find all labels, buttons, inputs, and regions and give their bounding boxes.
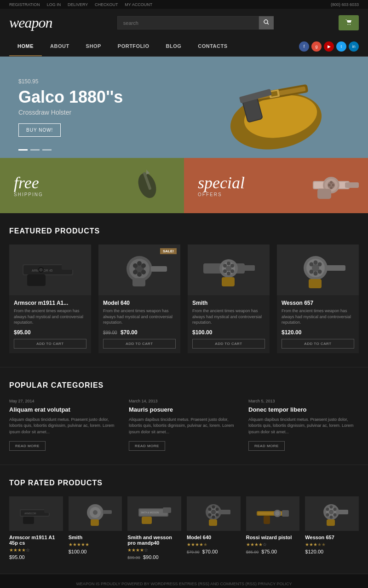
promo-right-big: special xyxy=(198,175,245,191)
read-more-1[interactable]: READ MORE xyxy=(9,441,46,451)
googleplus-icon[interactable]: g xyxy=(311,41,322,52)
svg-text:SMITH & WESSON: SMITH & WESSON xyxy=(141,512,159,514)
rated-card-5: Rossi wizard pistol ★★★★☆ $85.00 $75.00 xyxy=(246,496,300,560)
top-rated-title: TOP RATED PRODUCTS xyxy=(9,479,359,487)
holster-image xyxy=(216,70,336,153)
rated-price-1: $95.00 xyxy=(9,554,63,560)
add-to-cart-3[interactable]: ADD TO CART xyxy=(192,339,265,349)
rated-old-price-4: $79.90 xyxy=(187,550,200,554)
nav-contacts[interactable]: CONTACTS xyxy=(190,37,236,56)
svg-rect-77 xyxy=(103,510,112,514)
svg-point-88 xyxy=(216,513,219,517)
registration-link[interactable]: REGISTRATION xyxy=(9,2,40,7)
product-card-2: SALE! Model 640 From the ancient times w… xyxy=(98,245,180,353)
svg-rect-76 xyxy=(91,519,99,526)
promo-right-content: special OFFERS xyxy=(198,175,245,197)
read-more-2[interactable]: READ MORE xyxy=(129,441,165,451)
cart-button[interactable] xyxy=(339,15,359,30)
rated-name-3: Smith and wesson pro mandp40 xyxy=(127,535,181,546)
rated-name-4: Model 640 xyxy=(187,535,241,540)
svg-rect-25 xyxy=(317,189,331,199)
svg-point-37 xyxy=(137,261,142,266)
rated-price-4: $79.90 $70.00 xyxy=(187,549,241,554)
twitter-icon[interactable]: t xyxy=(336,41,346,52)
hero-title: Galco 1880''s xyxy=(18,87,123,107)
svg-point-0 xyxy=(264,20,268,23)
svg-point-89 xyxy=(212,516,215,519)
hero-subtitle: Crossdraw Holster xyxy=(18,109,123,116)
svg-point-91 xyxy=(208,508,212,511)
nav-blog[interactable]: BLOG xyxy=(157,37,190,56)
search-bar xyxy=(117,16,274,29)
delivery-link[interactable]: DELIVERY xyxy=(68,2,88,7)
nav-about[interactable]: ABOUT xyxy=(42,37,78,56)
svg-point-60 xyxy=(314,260,318,264)
search-input[interactable] xyxy=(117,16,259,29)
promo-left-content: free SHIPPING xyxy=(14,175,43,197)
footer-text: WEAPON IS PROUDLY POWERED BY WORDPRESS E… xyxy=(9,582,359,586)
nav-portfolio[interactable]: PORTFOLIO xyxy=(109,37,158,56)
product-price-1: $95.00 xyxy=(14,329,86,336)
myaccount-link[interactable]: MY ACCOUNT xyxy=(125,2,152,7)
svg-rect-70 xyxy=(23,517,34,524)
svg-point-22 xyxy=(332,184,334,186)
category-desc-1: Aliquam dapibus tincidunt metus. Praesen… xyxy=(9,417,120,436)
nav-shop[interactable]: SHOP xyxy=(78,37,109,56)
promo-free-shipping[interactable]: free SHIPPING xyxy=(0,158,184,213)
rated-old-price-3: $99.90 xyxy=(127,555,140,560)
login-link[interactable]: LOG IN xyxy=(47,2,61,7)
svg-point-63 xyxy=(314,271,318,275)
rated-current-price-4: $70.00 xyxy=(202,549,218,554)
svg-rect-110 xyxy=(327,519,335,526)
search-button[interactable] xyxy=(259,16,274,29)
checkout-link[interactable]: CHECKOUT xyxy=(95,2,118,7)
svg-rect-55 xyxy=(222,277,235,286)
armscor-gun-image: ARMSCOR 45 xyxy=(18,250,82,290)
rated-card-4: Model 640 ★★★★★ $79.90 $70.00 xyxy=(187,496,241,560)
add-to-cart-2[interactable]: ADD TO CART xyxy=(103,339,176,349)
product-name-4: Wesson 657 xyxy=(282,300,354,306)
facebook-icon[interactable]: f xyxy=(299,41,309,52)
header: weapon xyxy=(0,9,368,37)
product-info-4: Wesson 657 From the ancient times weapon… xyxy=(277,295,359,353)
svg-point-51 xyxy=(230,269,234,273)
rated-card-6: Wesson 657 ★★★★★ $120.00 xyxy=(305,496,359,560)
svg-rect-93 xyxy=(209,519,217,526)
category-date-3: March 5, 2013 xyxy=(248,399,359,403)
youtube-icon[interactable]: ▶ xyxy=(324,41,334,52)
svg-point-61 xyxy=(318,262,322,266)
rated-image-3: SMITH & WESSON xyxy=(127,496,181,531)
svg-point-24 xyxy=(328,184,331,186)
rated-current-price-3: $90.00 xyxy=(143,554,159,560)
product-name-1: Armscor m1911 A1... xyxy=(14,300,86,306)
linkedin-icon[interactable]: in xyxy=(349,41,359,52)
product-name-2: Model 640 xyxy=(103,300,176,306)
add-to-cart-4[interactable]: ADD TO CART xyxy=(282,339,354,349)
svg-rect-43 xyxy=(151,266,167,272)
model640-gun-image xyxy=(107,250,172,290)
logo: weapon xyxy=(9,14,52,31)
top-bar-links: REGISTRATION LOG IN DELIVERY CHECKOUT MY… xyxy=(9,2,158,7)
hero-cta-button[interactable]: BUY NOW! xyxy=(18,123,61,137)
promo-special-offers[interactable]: special OFFERS xyxy=(184,158,368,213)
read-more-3[interactable]: READ MORE xyxy=(248,441,285,451)
rated-stars-2: ★★★★★ xyxy=(69,542,122,547)
category-desc-3: Aliquam dapibus tincidunt metus. Praesen… xyxy=(248,417,359,436)
rated-stars-3: ★★★★☆ xyxy=(127,547,181,553)
promo-banners: free SHIPPING special OFFERS xyxy=(0,158,368,213)
product-desc-3: From the ancient times weapon has always… xyxy=(192,308,265,326)
product-image-1: ARMSCOR 45 xyxy=(9,245,91,295)
rated-image-6 xyxy=(305,496,359,531)
nav-home[interactable]: HOME xyxy=(9,37,42,56)
add-to-cart-1[interactable]: ADD TO CART xyxy=(14,339,86,349)
svg-point-108 xyxy=(326,508,329,511)
rated-rossi-image xyxy=(254,501,291,526)
svg-rect-92 xyxy=(220,510,230,514)
rated-smith-image xyxy=(77,501,114,526)
top-rated-section: TOP RATED PRODUCTS ARMSCOR Armscor m1911… xyxy=(0,465,368,574)
product-desc-2: From the ancient times weapon has always… xyxy=(103,308,176,326)
categories-title: POPULAR CATEGORIES xyxy=(9,381,359,390)
products-grid: ARMSCOR 45 Armscor m1911 A1... From the … xyxy=(9,245,359,353)
product-price-2: $99.00 $70.00 xyxy=(103,329,176,336)
rated-sw-image: SMITH & WESSON xyxy=(136,501,173,526)
